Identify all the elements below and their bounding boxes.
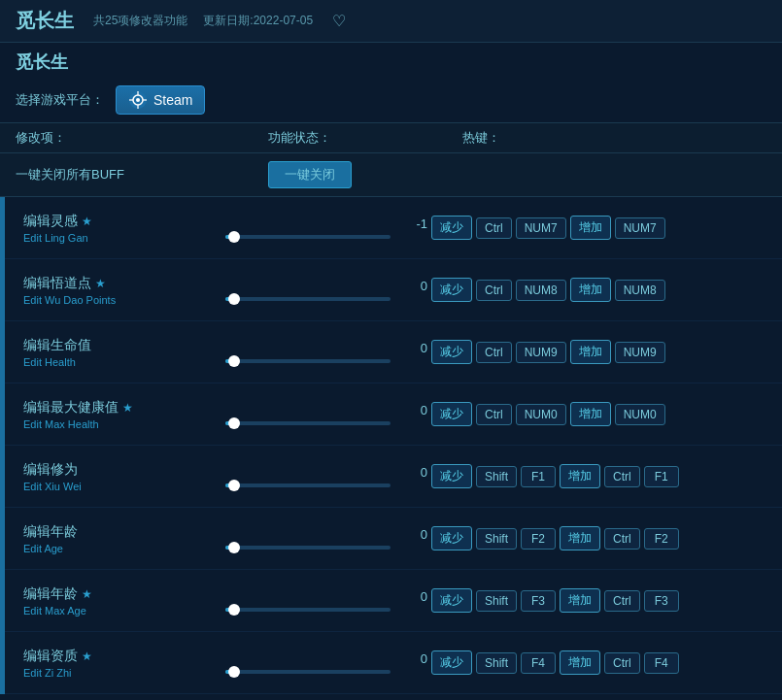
slider-value: 0: [218, 279, 431, 293]
key-button[interactable]: Ctrl: [476, 217, 512, 239]
key-button[interactable]: Ctrl: [604, 466, 640, 487]
hotkey-col: 减少CtrlNUM7增加NUM7: [431, 216, 766, 240]
slider-track[interactable]: [225, 608, 391, 612]
slider-col: -1: [218, 217, 431, 239]
key-button[interactable]: 减少: [431, 464, 472, 488]
key-button[interactable]: F4: [644, 652, 679, 674]
key-button[interactable]: NUM9: [615, 342, 665, 363]
slider-thumb[interactable]: [228, 231, 240, 243]
key-button[interactable]: Ctrl: [476, 404, 512, 425]
key-button[interactable]: Ctrl: [604, 590, 640, 612]
edit-label-cn: 编辑资质★: [23, 648, 218, 665]
left-bar: [0, 197, 5, 259]
key-button[interactable]: F2: [521, 528, 556, 550]
key-button[interactable]: 减少: [431, 278, 472, 302]
key-button[interactable]: F4: [521, 652, 556, 674]
slider-track[interactable]: [225, 297, 391, 301]
key-button[interactable]: NUM9: [516, 342, 566, 363]
edit-label-cn: 编辑年龄: [23, 523, 218, 541]
edit-label-en: Edit Age: [23, 543, 218, 554]
key-button[interactable]: 减少: [431, 588, 472, 613]
edit-label-en: Edit Max Health: [23, 418, 218, 430]
slider-value: 0: [218, 465, 431, 480]
hotkey-col: 减少CtrlNUM9增加NUM9: [431, 340, 766, 364]
key-button[interactable]: Ctrl: [476, 280, 512, 301]
key-button[interactable]: 增加: [570, 216, 611, 240]
key-button[interactable]: F2: [644, 528, 679, 550]
table-row: 编辑年龄★Edit Max Age0减少ShiftF3增加CtrlF3: [0, 570, 782, 632]
slider-col: 0: [218, 651, 431, 674]
steam-logo-icon: [128, 90, 148, 110]
one-key-button[interactable]: 一键关闭: [268, 161, 352, 188]
hotkey-col: 减少ShiftF4增加CtrlF4: [431, 650, 766, 675]
key-button[interactable]: 增加: [560, 650, 600, 675]
key-button[interactable]: 增加: [570, 402, 611, 426]
key-button[interactable]: 减少: [431, 650, 472, 675]
steam-button[interactable]: Steam: [116, 85, 205, 115]
slider-track[interactable]: [225, 421, 391, 425]
key-button[interactable]: NUM8: [516, 280, 566, 301]
key-button[interactable]: 增加: [570, 278, 611, 302]
edit-label-cn: 编辑生命值: [23, 337, 218, 354]
slider-track[interactable]: [225, 546, 391, 550]
slider-thumb[interactable]: [228, 293, 240, 305]
edit-label-col: 编辑生命值Edit Health: [23, 337, 218, 368]
edit-label-col: 编辑资质★Edit Zi Zhi: [23, 648, 218, 679]
key-button[interactable]: Shift: [476, 466, 517, 487]
slider-thumb[interactable]: [228, 604, 240, 616]
edit-row-wrapper: 编辑年龄★Edit Max Age0减少ShiftF3增加CtrlF3: [0, 570, 782, 632]
key-button[interactable]: Ctrl: [604, 652, 640, 674]
slider-thumb[interactable]: [228, 417, 240, 429]
key-button[interactable]: 增加: [560, 526, 600, 550]
hotkey-col: 减少ShiftF1增加CtrlF1: [431, 464, 766, 488]
key-button[interactable]: 减少: [431, 402, 472, 426]
key-button[interactable]: 减少: [431, 526, 472, 550]
key-button[interactable]: Ctrl: [604, 528, 640, 550]
slider-track[interactable]: [225, 483, 391, 487]
left-bar: [0, 383, 5, 446]
key-button[interactable]: 增加: [570, 340, 611, 364]
edit-label-en: Edit Zi Zhi: [23, 667, 218, 679]
key-button[interactable]: Shift: [476, 590, 517, 612]
header-count: 共25项修改器功能: [93, 13, 187, 29]
slider-thumb[interactable]: [228, 355, 240, 367]
steam-label: Steam: [153, 92, 192, 108]
key-button[interactable]: 减少: [431, 216, 472, 240]
key-button[interactable]: F1: [644, 466, 679, 487]
main-content: 编辑灵感★Edit Ling Gan-1减少CtrlNUM7增加NUM7编辑悟道…: [0, 197, 782, 694]
slider-thumb[interactable]: [228, 480, 240, 491]
edit-label-col: 编辑年龄★Edit Max Age: [23, 585, 218, 617]
slider-col: 0: [218, 465, 431, 487]
heart-icon[interactable]: ♡: [332, 12, 346, 30]
col-mod: 修改项：: [16, 129, 268, 147]
key-button[interactable]: NUM8: [615, 280, 665, 301]
header-title: 觅长生: [16, 8, 74, 34]
key-button[interactable]: NUM0: [516, 404, 566, 425]
key-button[interactable]: Shift: [476, 528, 517, 550]
key-button[interactable]: NUM7: [615, 217, 665, 239]
slider-value: 0: [218, 651, 431, 666]
key-button[interactable]: 减少: [431, 340, 472, 364]
key-button[interactable]: F1: [521, 466, 556, 487]
slider-track[interactable]: [225, 235, 391, 239]
key-button[interactable]: F3: [644, 590, 679, 612]
slider-value: 0: [218, 589, 431, 604]
key-button[interactable]: NUM0: [615, 404, 665, 425]
edit-label-cn: 编辑年龄★: [23, 585, 218, 603]
key-button[interactable]: 增加: [560, 464, 600, 488]
key-button[interactable]: Shift: [476, 652, 517, 674]
slider-col: 0: [218, 527, 431, 550]
slider-thumb[interactable]: [228, 542, 240, 553]
slider-track[interactable]: [225, 359, 391, 363]
slider-value: 0: [218, 341, 431, 355]
slider-thumb[interactable]: [228, 666, 240, 678]
key-button[interactable]: NUM7: [516, 217, 566, 239]
slider-track[interactable]: [225, 670, 391, 674]
key-button[interactable]: 增加: [560, 588, 600, 613]
table-row: 编辑修为Edit Xiu Wei0减少ShiftF1增加CtrlF1: [0, 446, 782, 508]
key-button[interactable]: F3: [521, 590, 556, 612]
key-button[interactable]: Ctrl: [476, 342, 512, 363]
left-bar: [0, 259, 5, 321]
platform-label: 选择游戏平台：: [16, 91, 104, 109]
edit-label-col: 编辑最大健康值★Edit Max Health: [23, 399, 218, 430]
